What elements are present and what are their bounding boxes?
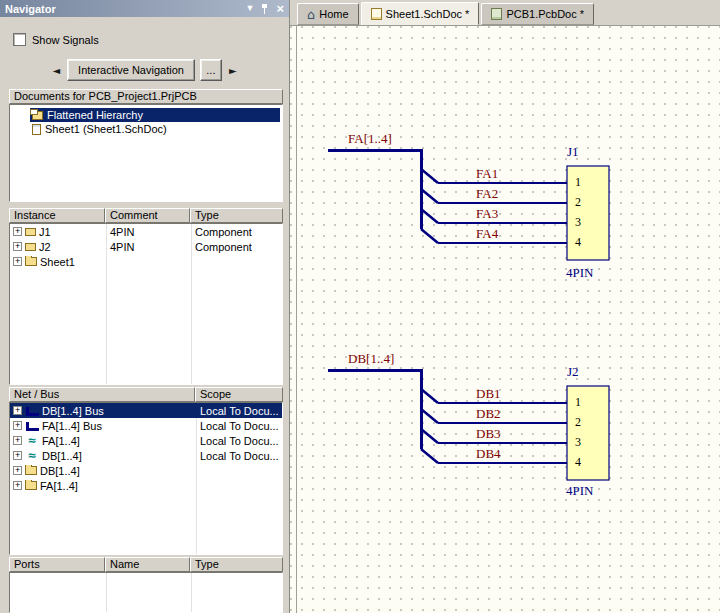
panel-menu-icon[interactable]: ▼ (245, 3, 254, 14)
netbus-table: DB[1..4] Bus Local To Docu... FA[1..4] B… (9, 402, 283, 555)
net-label[interactable]: DB4 (476, 447, 501, 460)
bus-icon (25, 420, 39, 431)
pin-number: 4 (575, 236, 591, 248)
expand-icon[interactable] (13, 421, 22, 430)
component-icon (25, 228, 36, 236)
net-icon: ≈ (25, 450, 39, 461)
instance-row[interactable]: J1 4PIN Component (10, 224, 282, 239)
instance-row[interactable]: J2 4PIN Component (10, 239, 282, 254)
wires-fa[interactable] (438, 183, 567, 243)
component-icon (25, 243, 36, 251)
column-header-instance[interactable]: Instance (9, 208, 105, 223)
instance-comment: 4PIN (106, 241, 191, 253)
tab-sheet1-schdoc[interactable]: Sheet1.SchDoc * (361, 2, 480, 25)
bus-label-db[interactable]: DB[1..4] (348, 352, 394, 365)
net-label[interactable]: DB3 (476, 427, 501, 440)
expand-icon[interactable] (13, 257, 22, 266)
pcb-doc-icon (491, 8, 502, 20)
net-row[interactable]: ≈ DB[1..4] Local To Docu... (10, 448, 282, 463)
net-name: FA[1..4] (40, 480, 78, 492)
documents-header: Documents for PCB_Project1.PrjPCB (9, 89, 283, 104)
interactive-navigation-button[interactable]: Interactive Navigation (67, 59, 195, 81)
instance-table-header: Instance Comment Type (9, 208, 283, 223)
pin-number: 3 (575, 216, 591, 228)
net-label[interactable]: FA4 (476, 227, 498, 240)
tree-item-flattened-hierarchy[interactable]: Flattened Hierarchy (30, 108, 280, 122)
bus-label-fa[interactable]: FA[1..4] (348, 132, 392, 145)
net-name: DB[1..4] (40, 465, 80, 477)
column-header-ports[interactable]: Ports (9, 557, 105, 572)
expand-icon[interactable] (13, 466, 22, 475)
tree-item-label: Flattened Hierarchy (47, 109, 143, 121)
net-row[interactable]: FA[1..4] (10, 478, 282, 493)
expand-icon[interactable] (13, 481, 22, 490)
bus-db-line[interactable] (328, 370, 421, 449)
instance-table: J1 4PIN Component J2 4PIN Component Shee (9, 223, 283, 385)
more-options-button[interactable]: ... (200, 59, 222, 81)
net-row[interactable]: ≈ FA[1..4] Local To Docu... (10, 433, 282, 448)
column-header-type[interactable]: Type (190, 208, 283, 223)
folder-icon (25, 481, 37, 490)
net-label[interactable]: FA2 (476, 187, 498, 200)
tab-home[interactable]: ⌂ Home (297, 3, 359, 25)
show-signals-checkbox[interactable] (13, 33, 26, 46)
documents-tree: Flattened Hierarchy Sheet1 (Sheet1.SchDo… (9, 104, 283, 202)
tab-pcb1-pcbdoc[interactable]: PCB1.PcbDoc * (481, 3, 594, 25)
net-icon: ≈ (25, 435, 39, 446)
show-signals-row[interactable]: Show Signals (13, 33, 99, 46)
column-header-type[interactable]: Type (190, 557, 283, 572)
net-row[interactable]: DB[1..4] Bus Local To Docu... (10, 403, 282, 418)
show-signals-label: Show Signals (32, 34, 99, 46)
column-header-netbus[interactable]: Net / Bus (9, 387, 195, 402)
instance-name: Sheet1 (40, 256, 75, 268)
bus-icon (25, 405, 39, 416)
wires-db[interactable] (438, 403, 567, 463)
expand-icon[interactable] (13, 451, 22, 460)
expand-icon[interactable] (13, 436, 22, 445)
bus-entries-db[interactable] (421, 389, 438, 463)
close-icon[interactable]: × (276, 3, 284, 14)
column-header-name[interactable]: Name (105, 557, 190, 572)
instance-row[interactable]: Sheet1 (10, 254, 282, 269)
folder-icon (25, 257, 37, 266)
schematic-doc-icon (371, 8, 382, 20)
schematic-canvas[interactable]: FA[1..4] FA1 FA2 FA3 FA4 J1 1 2 3 4 4PIN… (290, 26, 720, 613)
net-scope: Local To Docu... (196, 450, 282, 462)
column-header-comment[interactable]: Comment (105, 208, 190, 223)
bus-entries-fa[interactable] (421, 169, 438, 243)
comment-j2[interactable]: 4PIN (566, 484, 593, 497)
net-label[interactable]: FA1 (476, 167, 498, 180)
expand-icon[interactable] (13, 242, 22, 251)
expand-icon[interactable] (13, 406, 22, 415)
net-label[interactable]: DB1 (476, 387, 501, 400)
net-label[interactable]: FA3 (476, 207, 498, 220)
tab-label: Home (319, 8, 348, 20)
net-scope: Local To Docu... (196, 435, 282, 447)
net-row[interactable]: DB[1..4] (10, 463, 282, 478)
bus-fa-line[interactable] (328, 150, 421, 229)
altium-window: Navigator ▼ × Show Signals ◄ Interactive… (0, 0, 720, 613)
designator-j2[interactable]: J2 (567, 365, 579, 378)
pin-icon[interactable] (260, 3, 270, 15)
expand-icon[interactable] (13, 227, 22, 236)
pin-number: 2 (575, 196, 591, 208)
bus-db-group[interactable] (328, 370, 609, 480)
net-name: FA[1..4] (42, 435, 80, 447)
net-label[interactable]: DB2 (476, 407, 501, 420)
instance-type: Component (191, 226, 282, 238)
nav-next-button[interactable]: ► (227, 62, 239, 79)
hierarchy-icon (32, 111, 43, 120)
sheet-document-icon (32, 124, 41, 135)
net-scope: Local To Docu... (196, 405, 282, 417)
net-row[interactable]: FA[1..4] Bus Local To Docu... (10, 418, 282, 433)
bus-fa-group[interactable] (328, 150, 609, 260)
net-name: DB[1..4] (42, 450, 82, 462)
designator-j1[interactable]: J1 (567, 145, 579, 158)
nav-prev-button[interactable]: ◄ (50, 62, 62, 79)
comment-j1[interactable]: 4PIN (566, 266, 593, 279)
pin-number: 1 (575, 176, 591, 188)
navigation-controls: ◄ Interactive Navigation ... ► (0, 59, 289, 81)
column-header-scope[interactable]: Scope (195, 387, 283, 402)
instance-comment: 4PIN (106, 226, 191, 238)
tree-item-sheet1[interactable]: Sheet1 (Sheet1.SchDoc) (30, 122, 280, 136)
